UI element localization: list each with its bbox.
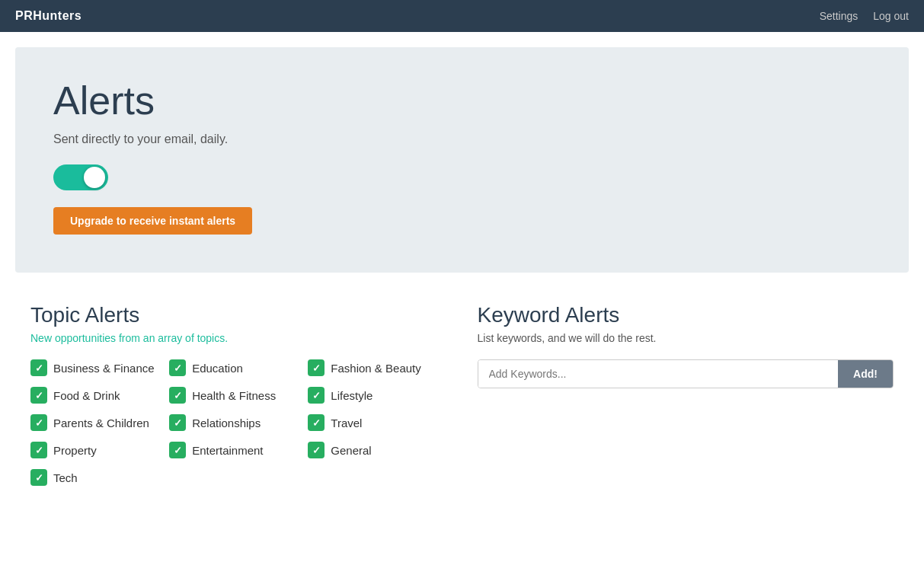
topics-grid: Business & Finance Education Fashion & B… — [30, 359, 447, 486]
list-item[interactable]: Food & Drink — [30, 387, 169, 404]
topic-label: Health & Fitness — [192, 389, 276, 402]
topic-label: Property — [53, 444, 97, 457]
topic-label: Travel — [331, 417, 362, 429]
check-icon — [30, 414, 47, 431]
list-item[interactable]: Business & Finance — [30, 359, 169, 376]
topic-label: Relationships — [192, 417, 261, 429]
topic-label: Lifestyle — [331, 389, 372, 402]
list-item[interactable]: Property — [30, 442, 169, 458]
topic-label: Business & Finance — [53, 362, 155, 375]
topic-alerts-title: Topic Alerts — [30, 303, 447, 327]
check-icon — [30, 442, 47, 458]
list-item[interactable]: Entertainment — [169, 442, 308, 458]
check-icon — [308, 414, 325, 431]
check-icon — [30, 359, 47, 376]
check-icon — [169, 359, 186, 376]
settings-link[interactable]: Settings — [820, 10, 858, 22]
nav-links: Settings Log out — [820, 10, 909, 22]
hero-section: Alerts Sent directly to your email, dail… — [15, 47, 909, 273]
list-item[interactable]: Travel — [308, 414, 446, 431]
toggle-wrapper[interactable] — [53, 164, 871, 193]
hero-subtitle: Sent directly to your email, daily. — [53, 132, 871, 146]
topic-label: Entertainment — [192, 444, 263, 457]
check-icon — [169, 414, 186, 431]
list-item[interactable]: Health & Fitness — [169, 387, 308, 404]
check-icon — [169, 442, 186, 458]
list-item[interactable]: General — [308, 442, 446, 458]
list-item[interactable]: Parents & Children — [30, 414, 169, 431]
hero-title: Alerts — [53, 78, 871, 123]
upgrade-button[interactable]: Upgrade to receive instant alerts — [53, 207, 252, 235]
list-item[interactable]: Education — [169, 359, 308, 376]
alerts-toggle[interactable] — [53, 164, 108, 190]
topic-label: Fashion & Beauty — [331, 362, 420, 375]
check-icon — [308, 359, 325, 376]
navbar: PRHunters Settings Log out — [0, 0, 924, 32]
topic-label: Parents & Children — [53, 417, 149, 429]
list-item[interactable]: Fashion & Beauty — [308, 359, 446, 376]
main-content: Topic Alerts New opportunities from an a… — [0, 288, 924, 501]
keyword-add-button[interactable]: Add! — [838, 360, 893, 388]
list-item[interactable]: Tech — [30, 469, 169, 486]
topic-label: Food & Drink — [53, 389, 120, 402]
check-icon — [30, 387, 47, 404]
toggle-thumb — [84, 167, 105, 188]
list-item[interactable]: Relationships — [169, 414, 308, 431]
check-icon — [308, 442, 325, 458]
check-icon — [169, 387, 186, 404]
topic-label: General — [331, 444, 371, 457]
check-icon — [30, 469, 47, 486]
keyword-input-row: Add! — [478, 359, 894, 388]
logout-link[interactable]: Log out — [873, 10, 909, 22]
keyword-alerts-section: Keyword Alerts List keywords, and we wil… — [478, 303, 894, 486]
topic-alerts-subtitle: New opportunities from an array of topic… — [30, 332, 447, 344]
list-item[interactable]: Lifestyle — [308, 387, 446, 404]
topic-alerts-section: Topic Alerts New opportunities from an a… — [30, 303, 447, 486]
keyword-input[interactable] — [478, 360, 839, 388]
topic-label: Education — [192, 362, 243, 375]
keyword-alerts-subtitle: List keywords, and we will do the rest. — [478, 332, 894, 344]
check-icon — [308, 387, 325, 404]
keyword-alerts-title: Keyword Alerts — [478, 303, 894, 327]
topic-label: Tech — [53, 471, 78, 484]
brand-logo: PRHunters — [15, 9, 82, 23]
